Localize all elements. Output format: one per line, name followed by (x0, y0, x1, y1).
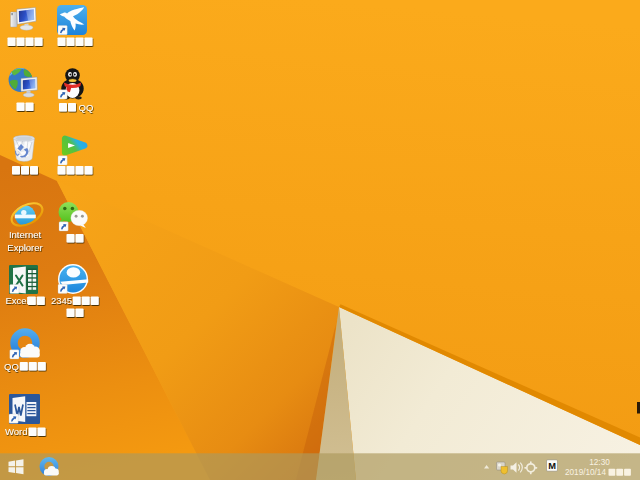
svg-text:Word: Word (5, 426, 28, 437)
svg-text:M: M (548, 461, 556, 471)
svg-text:2019/10/14: 2019/10/14 (565, 468, 606, 477)
svg-text:QQ: QQ (4, 361, 19, 372)
svg-text:QQ: QQ (79, 102, 94, 113)
svg-text:Internet: Internet (9, 229, 42, 240)
svg-text:Excel: Excel (6, 295, 29, 306)
svg-text:2345: 2345 (51, 295, 72, 306)
svg-text:Explorer: Explorer (7, 242, 42, 253)
svg-text:12:30: 12:30 (589, 458, 610, 467)
